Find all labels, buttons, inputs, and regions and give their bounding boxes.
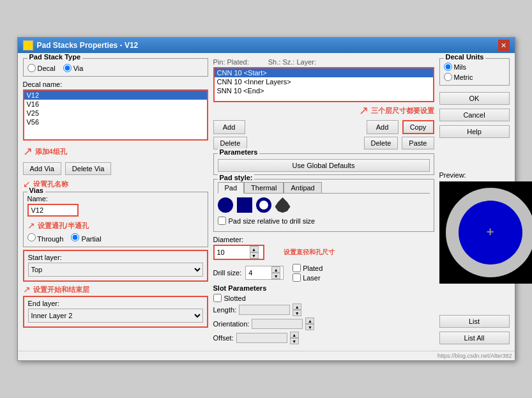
list-button[interactable]: List bbox=[439, 315, 510, 328]
titlebar: Pad Stacks Properties - V12 ✕ bbox=[18, 38, 515, 53]
offset-row: Offset: ▲ ▼ bbox=[213, 332, 434, 344]
offset-label: Offset: bbox=[213, 334, 234, 342]
slotted-checkbox[interactable] bbox=[213, 294, 222, 302]
shape-drop-icon[interactable] bbox=[275, 197, 291, 213]
vias-group-title: Vias bbox=[27, 187, 45, 194]
laser-checkbox[interactable] bbox=[293, 273, 301, 282]
orientation-spin: ▲ ▼ bbox=[305, 318, 314, 330]
through-annotation: ↗ 设置通孔/半通孔 bbox=[27, 220, 204, 231]
offset-spin-down[interactable]: ▼ bbox=[290, 338, 299, 344]
drill-input[interactable] bbox=[246, 268, 271, 278]
decal-name-listbox[interactable]: V12 V16 V25 V56 bbox=[23, 89, 208, 141]
diameter-label: Diameter: bbox=[213, 236, 434, 243]
list-item[interactable]: V12 bbox=[24, 91, 207, 100]
pin-label: Pin: Plated: bbox=[213, 58, 249, 66]
partial-radio-label[interactable]: Partial bbox=[71, 233, 101, 243]
diameter-spin-up[interactable]: ▲ bbox=[250, 246, 259, 252]
pad-shapes-row bbox=[218, 197, 430, 213]
global-defaults-button[interactable]: Use Global Defaults bbox=[218, 159, 430, 172]
drill-label: Drill size: bbox=[213, 269, 242, 277]
plated-checkbox[interactable] bbox=[293, 264, 301, 272]
start-layer-select[interactable]: Top bbox=[28, 263, 203, 277]
decal-radio[interactable] bbox=[27, 64, 36, 72]
through-radio[interactable] bbox=[27, 233, 36, 241]
delete-button-right[interactable]: Delete bbox=[364, 137, 399, 149]
list-item[interactable]: V16 bbox=[24, 100, 207, 109]
delete-button-left[interactable]: Delete bbox=[213, 137, 248, 149]
shape-square-icon[interactable] bbox=[237, 197, 252, 213]
length-label: Length: bbox=[213, 306, 237, 314]
list-all-button[interactable]: List All bbox=[439, 332, 510, 344]
help-button[interactable]: Help bbox=[439, 125, 510, 138]
decal-units-title: Decal Units bbox=[444, 53, 486, 61]
drill-spin-up[interactable]: ▲ bbox=[271, 266, 280, 273]
slot-params-section: Slot Parameters Slotted Length: ▲ ▼ Orie… bbox=[213, 284, 434, 344]
diameter-input-group: ▲ ▼ bbox=[213, 245, 264, 260]
left-panel: Pad Stack Type Decal Via Decal name: V1 bbox=[23, 58, 208, 346]
offset-spin: ▲ ▼ bbox=[290, 332, 299, 344]
metric-radio[interactable] bbox=[444, 73, 452, 81]
slot-params-title: Slot Parameters bbox=[213, 284, 434, 292]
via-name-label: Name: bbox=[27, 195, 204, 203]
end-layer-select[interactable]: Inner Layer 2 bbox=[28, 309, 203, 323]
diameter-spin-down[interactable]: ▼ bbox=[250, 252, 259, 259]
window-title: Pad Stacks Properties - V12 bbox=[37, 41, 139, 50]
shape-circle-icon[interactable] bbox=[218, 197, 233, 213]
sh-item[interactable]: SNN 10 <End> bbox=[215, 86, 433, 95]
sh-item[interactable]: CNN 10 <Start> bbox=[215, 68, 433, 77]
pad-size-checkbox[interactable] bbox=[218, 217, 226, 225]
length-input[interactable] bbox=[239, 305, 290, 315]
add-button-right[interactable]: Add bbox=[367, 120, 399, 134]
mils-radio[interactable] bbox=[444, 63, 452, 71]
decal-radio-label[interactable]: Decal bbox=[27, 64, 56, 72]
copy-button[interactable]: Copy bbox=[402, 120, 434, 134]
length-spin-down[interactable]: ▼ bbox=[293, 310, 301, 316]
add-via-button[interactable]: Add Via bbox=[23, 162, 61, 175]
plated-laser-group: Plated Laser bbox=[293, 264, 323, 282]
drill-spin-down[interactable]: ▼ bbox=[271, 273, 280, 279]
main-window: Pad Stacks Properties - V12 ✕ Pad Stack … bbox=[17, 37, 515, 361]
list-item[interactable]: V56 bbox=[24, 118, 207, 126]
delete-via-button[interactable]: Delete Via bbox=[65, 162, 112, 175]
offset-input[interactable] bbox=[236, 333, 287, 343]
add-button-left[interactable]: Add bbox=[213, 120, 245, 134]
pad-size-label: Pad size relative to drill size bbox=[229, 217, 315, 225]
orientation-spin-up[interactable]: ▲ bbox=[305, 318, 314, 324]
sh-layer-listbox[interactable]: CNN 10 <Start> CNN 10 <Inner Layers> SNN… bbox=[213, 67, 434, 102]
orientation-input[interactable] bbox=[252, 319, 303, 329]
tab-antipad[interactable]: Antipad bbox=[284, 182, 321, 193]
laser-checkbox-label[interactable]: Laser bbox=[293, 273, 323, 282]
right-panel: Decal Units Mils Metric OK Cancel Help P… bbox=[439, 58, 510, 346]
offset-spin-up[interactable]: ▲ bbox=[290, 332, 299, 338]
close-button[interactable]: ✕ bbox=[498, 40, 510, 51]
sh-item[interactable]: CNN 10 <Inner Layers> bbox=[215, 77, 433, 86]
tab-pad[interactable]: Pad bbox=[218, 182, 245, 194]
shape-ring-icon[interactable] bbox=[256, 197, 271, 213]
via-radio[interactable] bbox=[63, 64, 72, 72]
orientation-spin-down[interactable]: ▼ bbox=[305, 324, 314, 330]
paste-button[interactable]: Paste bbox=[402, 137, 434, 149]
through-radio-label[interactable]: Through bbox=[27, 233, 64, 243]
through-label: Through bbox=[37, 235, 63, 243]
action-buttons-row1: Add Add Copy bbox=[213, 120, 434, 134]
length-row: Length: ▲ ▼ bbox=[213, 303, 434, 316]
slotted-label: Slotted bbox=[224, 295, 246, 302]
partial-radio[interactable] bbox=[71, 233, 79, 241]
laser-label: Laser bbox=[303, 274, 321, 282]
tab-thermal[interactable]: Thermal bbox=[244, 182, 284, 193]
app-icon bbox=[23, 40, 33, 50]
pad-stack-type-group: Pad Stack Type Decal Via bbox=[23, 58, 208, 77]
cancel-button[interactable]: Cancel bbox=[439, 109, 510, 121]
metric-radio-label[interactable]: Metric bbox=[444, 73, 505, 81]
diameter-input[interactable] bbox=[215, 247, 250, 257]
plated-checkbox-label[interactable]: Plated bbox=[293, 264, 323, 272]
via-radio-label[interactable]: Via bbox=[63, 64, 84, 72]
via-name-input[interactable] bbox=[27, 204, 79, 217]
plated-label: Plated bbox=[303, 264, 323, 272]
length-spin-up[interactable]: ▲ bbox=[293, 303, 301, 310]
copy-arrow-icon: ↗ bbox=[359, 103, 369, 118]
mils-radio-label[interactable]: Mils bbox=[444, 63, 505, 71]
list-item[interactable]: V25 bbox=[24, 109, 207, 118]
arrow-icon: ↗ bbox=[23, 144, 33, 158]
ok-button[interactable]: OK bbox=[439, 92, 510, 105]
